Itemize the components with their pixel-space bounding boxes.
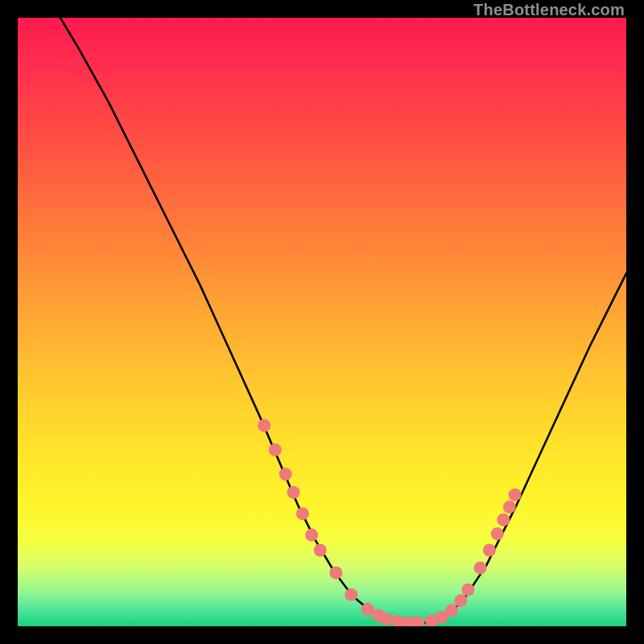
data-point-marker [503,501,516,514]
chart-svg [18,18,626,626]
data-point-marker [314,544,327,557]
data-point-marker [287,486,299,499]
chart-frame: TheBottleneck.com [0,0,644,644]
plot-area [18,18,626,626]
markers-group [258,419,521,626]
data-point-marker [279,468,292,481]
data-point-marker [474,561,487,574]
data-point-marker [454,594,467,607]
data-point-marker [461,584,474,597]
watermark-text: TheBottleneck.com [473,1,625,19]
data-point-marker [445,604,458,617]
bottleneck-curve [60,18,626,622]
data-point-marker [305,529,318,542]
data-point-marker [361,603,374,616]
data-point-marker [296,507,309,520]
data-point-marker [497,514,510,526]
data-point-marker [345,588,357,601]
data-point-marker [411,616,424,626]
data-point-marker [269,444,282,456]
data-point-marker [380,613,393,625]
data-point-marker [509,489,522,502]
data-point-marker [258,419,270,432]
data-point-marker [491,527,504,540]
data-point-marker [483,544,496,557]
data-point-marker [329,566,342,579]
data-point-marker [392,615,405,626]
curve-group [60,18,626,622]
